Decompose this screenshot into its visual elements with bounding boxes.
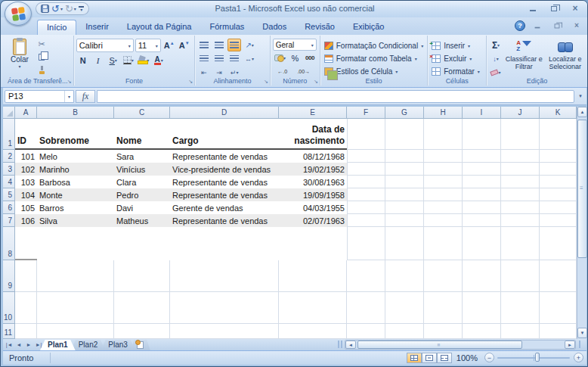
autosum-button[interactable]: Σ▾ bbox=[489, 39, 503, 51]
cell-D5[interactable]: Representante de vendas bbox=[170, 188, 279, 201]
column-header-J[interactable]: J bbox=[501, 107, 540, 119]
cell-E3[interactable]: 19/02/1952 bbox=[279, 163, 347, 176]
column-header-I[interactable]: I bbox=[463, 107, 501, 119]
row-header-10[interactable]: 10 bbox=[3, 292, 15, 324]
cell-J6[interactable] bbox=[501, 201, 540, 214]
office-button[interactable] bbox=[5, 2, 32, 26]
comma-style-button[interactable]: 000 bbox=[302, 51, 317, 64]
cell-I4[interactable] bbox=[463, 176, 501, 188]
column-header-E[interactable]: E bbox=[279, 107, 347, 119]
cell-B9[interactable] bbox=[37, 260, 114, 292]
cell-C10[interactable] bbox=[114, 292, 170, 324]
cell-A11[interactable] bbox=[15, 324, 37, 339]
cell-B3[interactable]: Marinho bbox=[37, 163, 114, 176]
sort-filter-button[interactable]: AZ Classificar e Filtrar bbox=[504, 37, 544, 79]
row-header-6[interactable]: 6 bbox=[3, 201, 15, 214]
cell-K7[interactable] bbox=[540, 214, 577, 227]
cell-A4[interactable]: 103 bbox=[15, 176, 37, 188]
cell-F7[interactable] bbox=[347, 214, 385, 227]
prev-sheet-button[interactable]: ◄ bbox=[14, 341, 23, 350]
scroll-up-button[interactable]: ▲ bbox=[577, 107, 587, 117]
zoom-out-button[interactable]: − bbox=[484, 353, 494, 362]
increase-decimal-button[interactable]: ←.0 bbox=[273, 65, 292, 78]
cell-C2[interactable]: Sara bbox=[114, 150, 170, 163]
underline-button[interactable]: S▾ bbox=[107, 54, 120, 67]
percent-style-button[interactable]: % bbox=[289, 51, 301, 64]
cell-I6[interactable] bbox=[463, 201, 501, 214]
cell-B7[interactable]: Silva bbox=[37, 214, 114, 227]
cell-B10[interactable] bbox=[37, 292, 114, 324]
cell-I11[interactable] bbox=[463, 324, 501, 339]
cell-K9[interactable] bbox=[540, 260, 577, 292]
cell-C7[interactable]: Matheus bbox=[114, 214, 170, 227]
ribbon-tab-dados[interactable]: Dados bbox=[253, 20, 296, 35]
cell-H7[interactable] bbox=[424, 214, 463, 227]
cell-G8[interactable] bbox=[385, 227, 424, 260]
borders-button[interactable]: ▾ bbox=[122, 54, 135, 67]
cell-H1[interactable] bbox=[424, 119, 463, 150]
fill-button[interactable]: ↓▾ bbox=[489, 52, 503, 65]
ribbon-tab-exibição[interactable]: Exibição bbox=[344, 20, 394, 35]
cell-E7[interactable]: 02/07/1963 bbox=[279, 214, 347, 227]
cell-I1[interactable] bbox=[463, 119, 501, 150]
next-sheet-button[interactable]: ► bbox=[24, 341, 33, 350]
cell-H8[interactable] bbox=[424, 227, 463, 260]
cell-E8[interactable] bbox=[279, 227, 347, 260]
accounting-format-button[interactable]: ▾ bbox=[273, 51, 288, 64]
cell-D1[interactable]: Cargo bbox=[170, 119, 279, 150]
ribbon-tab-fórmulas[interactable]: Fórmulas bbox=[201, 20, 254, 35]
align-left-button[interactable] bbox=[197, 52, 211, 65]
merge-center-button[interactable]: ↔▾ bbox=[243, 52, 256, 65]
cell-F9[interactable] bbox=[347, 260, 385, 292]
column-header-H[interactable]: H bbox=[424, 107, 463, 119]
cell-K2[interactable] bbox=[540, 150, 577, 163]
cell-E9[interactable] bbox=[279, 260, 347, 292]
cell-C5[interactable]: Pedro bbox=[114, 188, 170, 201]
cell-J2[interactable] bbox=[501, 150, 540, 163]
cell-A5[interactable]: 104 bbox=[15, 188, 37, 201]
align-top-button[interactable] bbox=[197, 39, 211, 51]
fill-color-button[interactable]: ▾ bbox=[137, 54, 150, 67]
cell-I8[interactable] bbox=[463, 227, 501, 260]
cell-F8[interactable] bbox=[347, 227, 385, 260]
cell-J7[interactable] bbox=[501, 214, 540, 227]
cell-G7[interactable] bbox=[385, 214, 424, 227]
cell-G4[interactable] bbox=[385, 176, 424, 188]
cell-D3[interactable]: Vice-presidente de vendas bbox=[170, 163, 279, 176]
scrollbar-split-handle[interactable] bbox=[579, 341, 583, 348]
cell-D10[interactable] bbox=[170, 292, 279, 324]
grow-font-button[interactable]: A▲ bbox=[162, 39, 176, 52]
cell-D9[interactable] bbox=[170, 260, 279, 292]
cell-G5[interactable] bbox=[385, 188, 424, 201]
cell-H9[interactable] bbox=[424, 260, 463, 292]
row-header-8[interactable]: 8 bbox=[3, 227, 15, 260]
workbook-close-button[interactable]: × bbox=[571, 21, 583, 30]
sheet-tab-plan1[interactable]: Plan1 bbox=[40, 340, 76, 350]
cell-E5[interactable]: 19/09/1958 bbox=[279, 188, 347, 201]
cell-A3[interactable]: 102 bbox=[15, 163, 37, 176]
cell-A7[interactable]: 106 bbox=[15, 214, 37, 227]
cell-G2[interactable] bbox=[385, 150, 424, 163]
cell-K11[interactable] bbox=[540, 324, 577, 339]
cell-B5[interactable]: Monte bbox=[37, 188, 114, 201]
sheet-tab-plan3[interactable]: Plan3 bbox=[101, 340, 135, 350]
cell-H3[interactable] bbox=[424, 163, 463, 176]
column-header-K[interactable]: K bbox=[540, 107, 577, 119]
cell-B6[interactable]: Barros bbox=[37, 201, 114, 214]
formula-input[interactable] bbox=[97, 90, 574, 103]
cell-I5[interactable] bbox=[463, 188, 501, 201]
cell-B4[interactable]: Barbosa bbox=[37, 176, 114, 188]
zoom-slider-thumb[interactable] bbox=[535, 353, 540, 362]
vertical-scroll-thumb[interactable] bbox=[577, 120, 587, 258]
cell-C6[interactable]: Davi bbox=[114, 201, 170, 214]
cell-G9[interactable] bbox=[385, 260, 424, 292]
cell-K4[interactable] bbox=[540, 176, 577, 188]
format-cells-button[interactable]: Formatar▾ bbox=[430, 65, 484, 77]
conditional-formatting-button[interactable]: Formatação Condicional▾ bbox=[323, 39, 426, 51]
format-painter-button[interactable] bbox=[35, 64, 48, 76]
cell-F6[interactable] bbox=[347, 201, 385, 214]
zoom-level[interactable]: 100% bbox=[456, 353, 478, 362]
help-button[interactable]: ? bbox=[515, 20, 525, 31]
select-all-corner[interactable] bbox=[3, 107, 15, 119]
cell-J8[interactable] bbox=[501, 227, 540, 260]
